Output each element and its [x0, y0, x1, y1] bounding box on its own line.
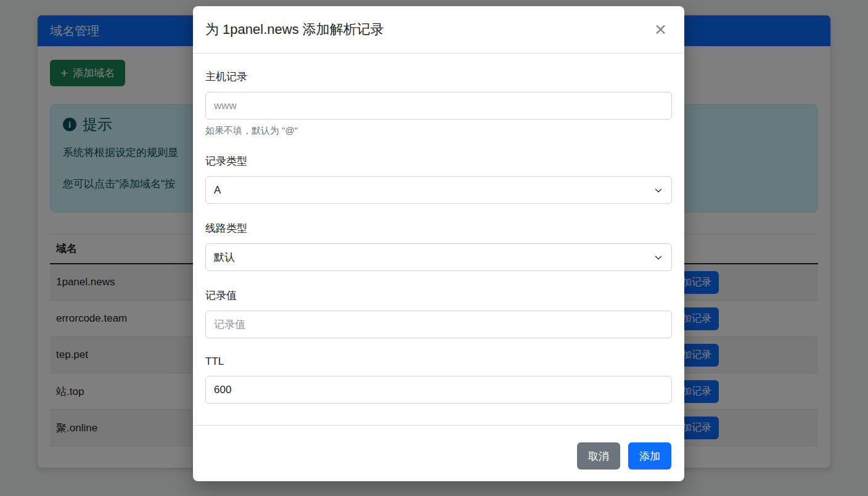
record-type-group: 记录类型 A	[205, 154, 672, 204]
record-type-value: A	[205, 176, 672, 204]
host-record-label: 主机记录	[205, 70, 672, 84]
line-type-label: 线路类型	[205, 221, 672, 235]
record-value-label: 记录值	[205, 288, 672, 303]
record-value-input[interactable]	[205, 311, 672, 338]
modal-body: 主机记录 如果不填，默认为 "@" 记录类型 A 线路类型 默认 记	[193, 54, 684, 421]
host-record-hint: 如果不填，默认为 "@"	[205, 125, 672, 137]
line-type-group: 线路类型 默认	[205, 221, 672, 271]
record-value-group: 记录值	[205, 288, 672, 338]
ttl-input[interactable]	[205, 376, 672, 404]
line-type-value: 默认	[205, 243, 672, 271]
record-type-label: 记录类型	[205, 154, 672, 168]
ttl-group: TTL	[205, 356, 672, 404]
confirm-add-button[interactable]: 添加	[628, 442, 671, 470]
modal-header: 为 1panel.news 添加解析记录 ✕	[193, 6, 684, 54]
cancel-button[interactable]: 取消	[577, 442, 620, 470]
close-icon[interactable]: ✕	[649, 22, 672, 38]
ttl-label: TTL	[205, 356, 672, 368]
add-dns-record-modal: 为 1panel.news 添加解析记录 ✕ 主机记录 如果不填，默认为 "@"…	[193, 6, 684, 481]
chevron-down-icon	[653, 253, 663, 262]
line-type-select[interactable]: 默认	[205, 243, 672, 271]
modal-footer: 取消 添加	[193, 425, 684, 481]
chevron-down-icon	[653, 185, 663, 195]
record-type-select[interactable]: A	[205, 176, 672, 204]
modal-title: 为 1panel.news 添加解析记录	[205, 21, 384, 38]
host-record-input[interactable]	[205, 92, 672, 120]
host-record-group: 主机记录 如果不填，默认为 "@"	[205, 70, 672, 137]
